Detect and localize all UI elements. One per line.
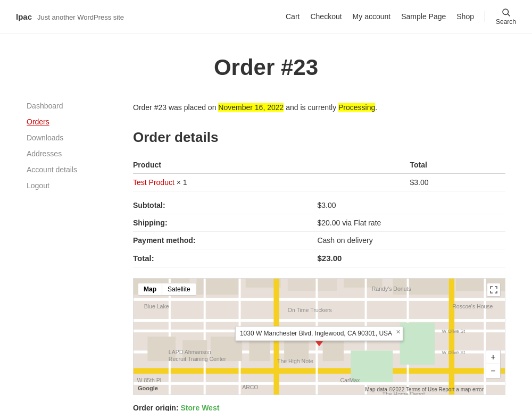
map-container: Blue Lake On Time Truckers Randy's Donut… (133, 278, 505, 395)
order-table: Product Total Test Product × 1 $3.00 (133, 156, 505, 191)
shipping-row: Shipping: $20.00 via Flat rate (133, 214, 505, 232)
nav-divider (485, 11, 485, 22)
map-zoom-controls: + − (486, 350, 501, 379)
order-status-suffix: . (375, 103, 377, 112)
nav-shop[interactable]: Shop (456, 12, 474, 21)
page-title: Order #23 (27, 55, 505, 80)
payment-row: Payment method: Cash on delivery (133, 232, 505, 249)
svg-text:Blue Lake: Blue Lake (144, 304, 169, 310)
order-status-text: Order #23 was placed on November 16, 202… (133, 102, 505, 113)
sidebar-item-orders[interactable]: Orders (27, 118, 101, 126)
zoom-in-button[interactable]: + (486, 350, 500, 364)
order-status-mid: was placed on (167, 103, 218, 112)
product-quantity: × 1 (177, 178, 187, 187)
svg-text:The High Note: The High Note (277, 358, 313, 364)
svg-text:W Olive St: W Olive St (442, 329, 465, 334)
order-date: November 16, 2022 (218, 103, 284, 112)
site-tagline: Just another WordPress site (37, 13, 124, 21)
site-header: lpac Just another WordPress site Cart Ch… (0, 0, 532, 33)
order-details-title: Order details (133, 129, 505, 146)
map-type-control: Map Satellite (138, 283, 196, 296)
order-status-prefix: Order # (133, 103, 158, 112)
sidebar-item-addresses[interactable]: Addresses (27, 149, 101, 158)
page-wrapper: Order #23 Dashboard Orders Downloads Add… (11, 33, 521, 411)
search-label: Search (496, 18, 516, 26)
product-link[interactable]: Test Product (133, 178, 174, 187)
col-product: Product (133, 156, 410, 174)
satellite-btn[interactable]: Satellite (162, 283, 196, 295)
svg-text:W 85th Pl: W 85th Pl (137, 377, 162, 383)
order-status-value: Processing (338, 103, 375, 112)
map-btn[interactable]: Map (138, 283, 162, 295)
svg-point-0 (503, 9, 509, 15)
zoom-out-button[interactable]: − (486, 364, 500, 378)
sidebar-item-account-details[interactable]: Account details (27, 165, 101, 174)
subtotal-row: Subtotal: $3.00 (133, 197, 505, 214)
svg-text:W Olive St: W Olive St (442, 350, 465, 355)
total-label: Total: (133, 249, 317, 267)
subtotal-label: Subtotal: (133, 197, 317, 214)
nav-cart[interactable]: Cart (286, 12, 300, 21)
order-status-conjunction: and is currently (284, 103, 338, 112)
map-popup: 1030 W Manchester Blvd, Inglewood, CA 90… (235, 326, 403, 341)
google-logo: Google (138, 385, 158, 391)
svg-text:Randy's Donuts: Randy's Donuts (372, 286, 411, 292)
nav-my-account[interactable]: My account (353, 12, 391, 21)
main-content: Order #23 was placed on November 16, 202… (133, 102, 505, 411)
svg-text:ARCO: ARCO (242, 384, 258, 390)
content-layout: Dashboard Orders Downloads Addresses Acc… (27, 102, 505, 411)
svg-rect-24 (449, 279, 455, 395)
sidebar-nav: Dashboard Orders Downloads Addresses Acc… (27, 102, 101, 190)
svg-text:Roscoe's House: Roscoe's House (452, 304, 493, 310)
order-origin-store[interactable]: Store West (180, 404, 219, 411)
svg-rect-31 (249, 340, 270, 362)
svg-rect-18 (204, 279, 206, 395)
order-ref: 23 (158, 103, 167, 112)
shipping-value: $20.00 via Flat rate (317, 214, 505, 232)
nav-checkout[interactable]: Checkout (310, 12, 342, 21)
subtotal-value: $3.00 (317, 197, 505, 214)
sidebar-item-downloads[interactable]: Downloads (27, 133, 101, 142)
search-button[interactable]: Search (496, 7, 516, 26)
payment-label: Payment method: (133, 232, 317, 249)
total-value: $23.00 (317, 249, 505, 267)
svg-text:CarMax: CarMax (340, 377, 361, 383)
svg-rect-4 (197, 279, 239, 295)
svg-rect-27 (400, 323, 435, 365)
order-origin: Order origin: Store West (133, 404, 505, 411)
sidebar: Dashboard Orders Downloads Addresses Acc… (27, 102, 101, 411)
svg-text:Recruit Training Center: Recruit Training Center (169, 356, 227, 362)
product-cell: Test Product × 1 (133, 174, 410, 191)
map-popup-close[interactable]: ✕ (396, 329, 401, 336)
site-name: lpac (16, 12, 32, 21)
svg-text:On Time Truckers: On Time Truckers (288, 307, 332, 313)
svg-rect-33 (323, 340, 344, 362)
svg-rect-6 (288, 279, 337, 291)
product-total: $3.00 (410, 174, 505, 191)
map-attribution: Map data ©2022 Terms of Use Report a map… (365, 387, 484, 392)
svg-line-1 (508, 14, 510, 16)
total-row: Total: $23.00 (133, 249, 505, 267)
shipping-note: via Flat rate (342, 219, 381, 227)
sidebar-item-logout[interactable]: Logout (27, 181, 101, 190)
map-expand-button[interactable] (487, 283, 501, 297)
table-row: Test Product × 1 $3.00 (133, 174, 505, 191)
nav-sample-page[interactable]: Sample Page (401, 12, 446, 21)
payment-value: Cash on delivery (317, 232, 505, 249)
main-nav: Cart Checkout My account Sample Page Sho… (286, 7, 516, 26)
site-branding: lpac Just another WordPress site (16, 12, 124, 21)
search-icon (501, 7, 511, 17)
map-address: 1030 W Manchester Blvd, Inglewood, CA 90… (240, 330, 392, 338)
sidebar-item-dashboard[interactable]: Dashboard (27, 102, 101, 110)
order-origin-label: Order origin: (133, 404, 179, 411)
totals-table: Subtotal: $3.00 Shipping: $20.00 via Fla… (133, 197, 505, 267)
shipping-label: Shipping: (133, 214, 317, 232)
col-total: Total (410, 156, 505, 174)
svg-text:LAPD Ahmanson: LAPD Ahmanson (169, 349, 211, 355)
